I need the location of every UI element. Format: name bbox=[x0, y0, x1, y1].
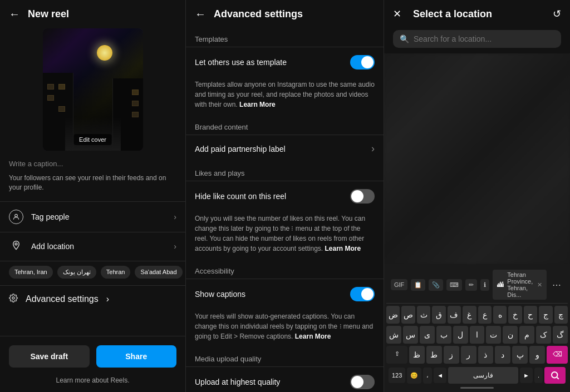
key-emoji[interactable]: 😊 bbox=[407, 368, 421, 384]
back-icon[interactable]: ← bbox=[9, 8, 20, 21]
save-draft-button[interactable]: Save draft bbox=[9, 345, 90, 368]
keyboard: GIF 📋 📎 ⌨ ✏ ℹ 🏙 Tehran Province, Tehran,… bbox=[384, 264, 570, 392]
key-y[interactable]: ی bbox=[420, 326, 435, 344]
show-captions-toggle[interactable] bbox=[350, 287, 375, 301]
key-ch[interactable]: چ bbox=[554, 306, 568, 324]
hide-like-count-label: Hide like count on this reel bbox=[195, 192, 350, 201]
edit-cover-button[interactable]: Edit cover bbox=[73, 134, 112, 145]
share-button[interactable]: Share bbox=[96, 345, 177, 368]
info-button[interactable]: ℹ bbox=[480, 279, 489, 291]
key-n[interactable]: ن bbox=[503, 326, 518, 344]
chip-3[interactable]: Tehran bbox=[101, 266, 131, 279]
use-as-template-toggle[interactable] bbox=[350, 55, 375, 70]
upload-quality-label: Upload at highest quality bbox=[195, 378, 350, 386]
key-ltr[interactable]: ► bbox=[520, 368, 533, 383]
key-kh[interactable]: خ bbox=[508, 306, 522, 324]
templates-section-header: Templates bbox=[186, 28, 384, 47]
key-m[interactable]: م bbox=[519, 326, 534, 344]
svg-point-1 bbox=[15, 242, 17, 245]
key-shift[interactable]: ⇧ bbox=[386, 346, 407, 364]
keyboard-bottom-row: 123 😊 ، ◄ فارسی ► . bbox=[386, 366, 568, 385]
location-suggestion-bar[interactable]: 🏙 Tehran Province, Tehran, Dis... ✕ bbox=[493, 270, 547, 300]
edit-button[interactable]: ✏ bbox=[465, 279, 477, 291]
key-period[interactable]: . bbox=[534, 368, 543, 383]
accessibility-header: Accessibility bbox=[186, 260, 384, 279]
key-k[interactable]: ک bbox=[536, 326, 551, 344]
location-search-input[interactable] bbox=[414, 34, 554, 43]
hide-like-count-toggle[interactable] bbox=[350, 189, 375, 204]
gif-button[interactable]: GIF bbox=[391, 279, 407, 290]
key-gh[interactable]: غ bbox=[463, 306, 476, 324]
advanced-settings-label: Advanced settings bbox=[26, 294, 99, 304]
back-icon[interactable]: ← bbox=[195, 8, 206, 21]
panel2-header: ← Advanced settings bbox=[186, 0, 384, 28]
add-location-item[interactable]: Add location › bbox=[0, 232, 185, 261]
paid-partnership-row[interactable]: Add paid partnership label › bbox=[186, 135, 384, 162]
key-search[interactable] bbox=[544, 367, 566, 384]
clipboard-button[interactable]: 📋 bbox=[411, 279, 425, 291]
captions-learn-more[interactable]: Learn More bbox=[295, 333, 331, 340]
key-sad[interactable]: ص bbox=[401, 306, 415, 324]
likes-learn-more[interactable]: Learn More bbox=[325, 245, 361, 252]
key-z[interactable]: ز bbox=[444, 346, 459, 364]
svg-point-2 bbox=[12, 297, 14, 299]
key-ain[interactable]: ع bbox=[478, 306, 492, 324]
key-l[interactable]: ل bbox=[453, 326, 468, 344]
key-za[interactable]: ض bbox=[386, 306, 400, 324]
key-123[interactable]: 123 bbox=[389, 368, 405, 383]
media-quality-header: Media upload quality bbox=[186, 348, 384, 366]
refresh-icon[interactable]: ↺ bbox=[553, 8, 561, 20]
key-a[interactable]: ا bbox=[470, 326, 485, 344]
keyboard-row-2: ش س ی ب ل ا ت ن م ک گ bbox=[386, 326, 568, 344]
chip-2[interactable]: تهران یونک bbox=[57, 266, 96, 279]
key-f[interactable]: ف bbox=[448, 306, 461, 324]
panel1-header: ← New reel bbox=[0, 0, 185, 28]
tag-people-item[interactable]: Tag people › bbox=[0, 201, 185, 232]
chip-4[interactable]: Sa'adat Abad bbox=[135, 266, 182, 279]
key-sh[interactable]: ش bbox=[386, 326, 401, 344]
location-search-bar[interactable]: 🔍 bbox=[393, 30, 561, 48]
key-ta[interactable]: ط bbox=[426, 346, 442, 364]
key-s[interactable]: ث bbox=[417, 306, 430, 324]
upload-quality-row: Upload at highest quality bbox=[186, 366, 384, 392]
search-icon: 🔍 bbox=[400, 34, 409, 43]
template-learn-more[interactable]: Learn More bbox=[239, 101, 276, 108]
gear-icon bbox=[9, 294, 18, 305]
close-icon[interactable]: ✕ bbox=[393, 8, 409, 20]
key-comma[interactable]: ، bbox=[423, 368, 432, 384]
key-t[interactable]: ت bbox=[486, 326, 501, 344]
panel3-header: ✕ Select a location ↺ bbox=[384, 0, 570, 28]
footer-link[interactable]: Learn more about Reels. bbox=[0, 376, 185, 392]
key-d[interactable]: د bbox=[495, 346, 510, 364]
key-h[interactable]: ه bbox=[493, 306, 507, 324]
keyboard-button[interactable]: ⌨ bbox=[446, 279, 462, 291]
page-title: New reel bbox=[28, 8, 69, 20]
key-p[interactable]: پ bbox=[512, 346, 528, 364]
chip-1[interactable]: Tehran, Iran bbox=[9, 266, 53, 279]
key-ha[interactable]: ح bbox=[524, 306, 537, 324]
upload-quality-toggle[interactable] bbox=[350, 375, 375, 389]
tag-people-label: Tag people bbox=[31, 212, 166, 221]
hide-like-description: Only you will see the number of likes on… bbox=[186, 211, 384, 260]
caption-field[interactable]: Write a caption... bbox=[0, 157, 185, 173]
key-zal[interactable]: ذ bbox=[478, 346, 494, 364]
key-zha[interactable]: ظ bbox=[409, 346, 425, 364]
more-icon[interactable]: ⋯ bbox=[550, 280, 563, 290]
key-q[interactable]: ق bbox=[432, 306, 445, 324]
suggestion-close-icon[interactable]: ✕ bbox=[537, 281, 542, 289]
key-space[interactable]: فارسی bbox=[448, 367, 518, 384]
key-g[interactable]: گ bbox=[553, 326, 568, 344]
key-j[interactable]: ج bbox=[539, 306, 552, 324]
key-b[interactable]: ب bbox=[436, 326, 451, 344]
select-location-title: Select a location bbox=[409, 8, 553, 20]
key-v[interactable]: و bbox=[529, 346, 545, 364]
advanced-settings-item[interactable]: Advanced settings › bbox=[0, 285, 185, 312]
key-si[interactable]: س bbox=[403, 326, 418, 344]
key-rtl[interactable]: ◄ bbox=[434, 368, 446, 383]
attach-button[interactable]: 📎 bbox=[429, 279, 443, 291]
key-backspace[interactable]: ⌫ bbox=[547, 346, 568, 364]
key-r[interactable]: ر bbox=[461, 346, 476, 364]
use-as-template-label: Let others use as template bbox=[195, 58, 350, 67]
show-captions-row: Show captions bbox=[186, 279, 384, 309]
chevron-icon: › bbox=[174, 212, 176, 221]
